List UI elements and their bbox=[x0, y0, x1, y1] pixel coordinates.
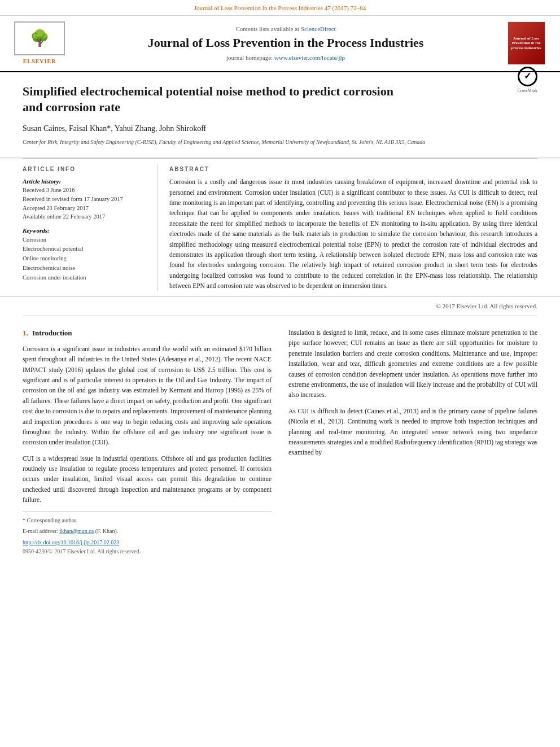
body-col-right: Insulation is designed to limit, reduce,… bbox=[288, 327, 537, 556]
crossmark-circle: ✓ bbox=[518, 67, 537, 86]
email-name: (F. Khan). bbox=[95, 528, 119, 534]
elsevier-text: ELSEVIER bbox=[23, 57, 56, 65]
doi-line: http://dx.doi.org/10.1016/j.jlp.2017.02.… bbox=[23, 538, 272, 547]
copyright-line: © 2017 Elsevier Ltd. All rights reserved… bbox=[0, 296, 560, 316]
keyword-5: Corrosion under insulation bbox=[23, 273, 146, 282]
crossmark: ✓ CrossMark bbox=[517, 67, 537, 94]
received-line: Received 3 June 2016 bbox=[23, 186, 146, 195]
abstract-label: ABSTRACT bbox=[169, 165, 537, 174]
journal-top-bar: Journal of Loss Prevention in the Proces… bbox=[0, 0, 560, 16]
crossmark-label: CrossMark bbox=[517, 88, 537, 94]
two-col-info: ARTICLE INFO Article history: Received 3… bbox=[0, 159, 560, 291]
body-col-left: 1. Introduction Corrosion is a significa… bbox=[23, 327, 272, 556]
elsevier-logo-box: 🌳 bbox=[14, 21, 65, 55]
header-logo-right: Journal of Loss Prevention in the proces… bbox=[504, 22, 549, 64]
corresponding-label: * Corresponding author. bbox=[23, 517, 77, 523]
abstract-text: Corrosion is a costly and dangerous issu… bbox=[169, 177, 537, 291]
authors-text: Susan Caines, Faisal Khan*, Yahui Zhang,… bbox=[23, 124, 206, 133]
corresponding-note: * Corresponding author. bbox=[23, 516, 272, 525]
article-title: Simplified electrochemical potential noi… bbox=[23, 84, 406, 116]
main-body: 1. Introduction Corrosion is a significa… bbox=[0, 316, 560, 567]
header-logo-left: 🌳 ELSEVIER bbox=[11, 21, 68, 65]
header-center: Contents lists available at ScienceDirec… bbox=[73, 24, 498, 62]
keywords-label: Keywords: bbox=[23, 226, 146, 235]
keywords-group: Keywords: Corrosion Electrochemical pote… bbox=[23, 226, 146, 282]
contents-prefix: Contents lists available at bbox=[235, 25, 300, 32]
email-link[interactable]: fkhan@mun.ca bbox=[59, 528, 94, 534]
section-num: 1. bbox=[23, 329, 28, 337]
abstract-col: ABSTRACT Corrosion is a costly and dange… bbox=[158, 165, 537, 291]
keyword-4: Electrochemical noise bbox=[23, 264, 146, 273]
affiliation: Center for Risk, Integrity and Safety En… bbox=[23, 138, 537, 146]
homepage-link[interactable]: www.elsevier.com/locate/jlp bbox=[274, 54, 345, 61]
loss-prevention-badge: Journal of Loss Prevention in the proces… bbox=[508, 22, 545, 64]
email-note: E-mail address: fkhan@mun.ca (F. Khan). bbox=[23, 527, 272, 536]
keyword-3: Online monitoring bbox=[23, 254, 146, 263]
article-info-label: ARTICLE INFO bbox=[23, 165, 146, 173]
article-history-label: Article history: bbox=[23, 177, 146, 186]
sciencedirect-link[interactable]: ScienceDirect bbox=[301, 25, 336, 32]
issn-line: 0950-4230/© 2017 Elsevier Ltd. All right… bbox=[23, 547, 272, 556]
footnote-divider bbox=[23, 511, 272, 512]
section-heading-text: Introduction bbox=[32, 329, 72, 337]
journal-citation: Journal of Loss Prevention in the Proces… bbox=[194, 5, 366, 11]
journal-header: 🌳 ELSEVIER Contents lists available at S… bbox=[0, 16, 560, 72]
article-section: ✓ CrossMark Simplified electrochemical p… bbox=[0, 72, 560, 158]
badge-text: Journal of Loss Prevention in the proces… bbox=[510, 36, 542, 50]
received-revised-line: Received in revised form 17 January 2017 bbox=[23, 195, 146, 204]
intro-paragraph-1: Corrosion is a significant issue in indu… bbox=[23, 344, 272, 448]
doi-link[interactable]: http://dx.doi.org/10.1016/j.jlp.2017.02.… bbox=[23, 539, 119, 545]
article-info-col: ARTICLE INFO Article history: Received 3… bbox=[23, 165, 158, 291]
elsevier-tree-art: 🌳 bbox=[30, 30, 50, 46]
introduction-heading: 1. Introduction bbox=[23, 327, 272, 339]
email-label: E-mail address: bbox=[23, 528, 58, 534]
keyword-2: Electrochemical potential bbox=[23, 244, 146, 254]
authors: Susan Caines, Faisal Khan*, Yahui Zhang,… bbox=[23, 123, 537, 134]
intro-paragraph-3: Insulation is designed to limit, reduce,… bbox=[288, 327, 537, 400]
accepted-line: Accepted 20 February 2017 bbox=[23, 204, 146, 213]
journal-title-header: Journal of Loss Prevention in the Proces… bbox=[73, 36, 498, 50]
page-wrapper: Journal of Loss Prevention in the Proces… bbox=[0, 0, 560, 567]
keyword-1: Corrosion bbox=[23, 235, 146, 244]
contents-line: Contents lists available at ScienceDirec… bbox=[73, 24, 498, 34]
intro-paragraph-2: CUI is a widespread issue in industrial … bbox=[23, 453, 272, 505]
homepage-prefix: journal homepage: bbox=[226, 54, 274, 61]
available-line: Available online 22 February 2017 bbox=[23, 212, 146, 221]
journal-homepage: journal homepage: www.elsevier.com/locat… bbox=[73, 53, 498, 63]
intro-paragraph-4: As CUI is difficult to detect (Caines et… bbox=[288, 406, 537, 458]
keywords-list: Corrosion Electrochemical potential Onli… bbox=[23, 235, 146, 282]
article-history-group: Article history: Received 3 June 2016 Re… bbox=[23, 177, 146, 222]
